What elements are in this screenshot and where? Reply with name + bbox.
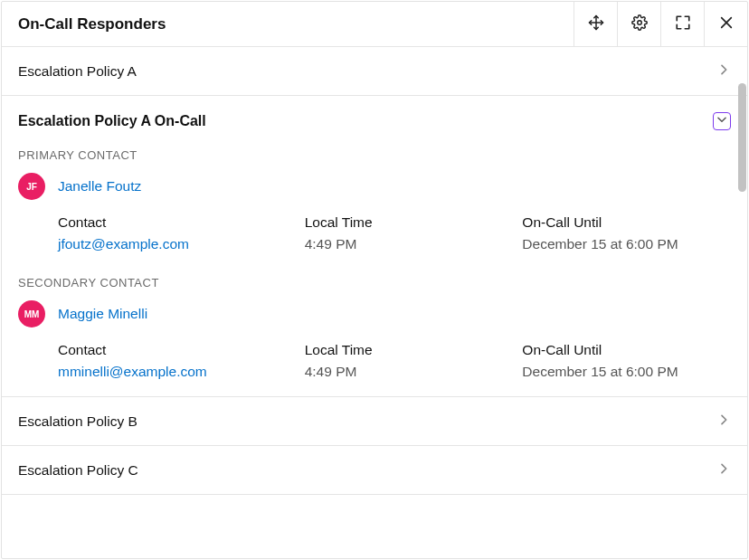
panel-title: On-Call Responders (2, 15, 166, 33)
detail-label-localtime: Local Time (305, 342, 505, 358)
detail-label-contact: Contact (58, 342, 278, 358)
policy-row-a[interactable]: Escalation Policy A (2, 47, 747, 96)
chevron-down-icon (716, 113, 728, 129)
scrollbar-thumb[interactable] (738, 83, 746, 192)
detail-localtime: Local Time 4:49 PM (285, 342, 505, 380)
detail-label-contact: Contact (58, 214, 278, 231)
person-name-link[interactable]: Janelle Foutz (58, 178, 141, 195)
detail-grid: Contact mminelli@example.com Local Time … (18, 342, 731, 380)
until-value: December 15 at 6:00 PM (522, 364, 731, 380)
avatar: JF (18, 173, 45, 200)
detail-grid: Contact jfoutz@example.com Local Time 4:… (18, 214, 731, 252)
on-call-panel: On-Call Responders (1, 1, 748, 559)
settings-button[interactable] (617, 2, 660, 46)
section-label-primary: PRIMARY CONTACT (18, 148, 731, 162)
detail-contact: Contact jfoutz@example.com (58, 214, 278, 252)
expand-button[interactable] (660, 2, 704, 46)
expanded-title: Escalation Policy A On-Call (18, 113, 206, 129)
panel-header: On-Call Responders (2, 2, 747, 47)
collapse-button[interactable] (713, 112, 731, 130)
avatar: MM (18, 300, 45, 327)
detail-contact: Contact mminelli@example.com (58, 342, 278, 380)
header-buttons (574, 2, 747, 46)
contact-email-link[interactable]: jfoutz@example.com (58, 236, 278, 252)
local-time-value: 4:49 PM (305, 236, 505, 252)
policy-row-c[interactable]: Escalation Policy C (2, 446, 747, 495)
person-row: MM Maggie Minelli (18, 300, 731, 327)
expanded-panel: Escalation Policy A On-Call PRIMARY CONT… (2, 96, 747, 397)
policy-label: Escalation Policy B (18, 413, 137, 430)
detail-label-until: On-Call Until (522, 342, 731, 358)
detail-localtime: Local Time 4:49 PM (285, 214, 505, 252)
move-button[interactable] (574, 2, 617, 46)
detail-label-until: On-Call Until (522, 214, 731, 231)
chevron-right-icon (716, 62, 731, 81)
person-row: JF Janelle Foutz (18, 173, 731, 200)
move-icon (588, 14, 604, 34)
svg-point-2 (637, 20, 641, 24)
chevron-right-icon (716, 461, 731, 479)
close-icon (719, 15, 734, 33)
until-value: December 15 at 6:00 PM (522, 236, 731, 252)
gear-icon (631, 14, 648, 34)
detail-until: On-Call Until December 15 at 6:00 PM (511, 342, 731, 380)
section-label-secondary: SECONDARY CONTACT (18, 276, 731, 289)
detail-until: On-Call Until December 15 at 6:00 PM (511, 214, 731, 252)
secondary-contact-section: SECONDARY CONTACT MM Maggie Minelli Cont… (18, 276, 731, 380)
content-scroll[interactable]: Escalation Policy A Escalation Policy A … (2, 47, 747, 558)
contact-email-link[interactable]: mminelli@example.com (58, 364, 278, 380)
policy-label: Escalation Policy C (18, 462, 138, 479)
policy-label: Escalation Policy A (18, 63, 137, 80)
primary-contact-section: PRIMARY CONTACT JF Janelle Foutz Contact… (18, 148, 731, 252)
close-button[interactable] (704, 2, 747, 46)
expand-icon (675, 14, 691, 34)
chevron-right-icon (716, 413, 731, 431)
expanded-header: Escalation Policy A On-Call (18, 112, 731, 130)
policy-row-b[interactable]: Escalation Policy B (2, 397, 747, 446)
detail-label-localtime: Local Time (305, 214, 505, 231)
person-name-link[interactable]: Maggie Minelli (58, 306, 147, 322)
local-time-value: 4:49 PM (305, 364, 505, 380)
